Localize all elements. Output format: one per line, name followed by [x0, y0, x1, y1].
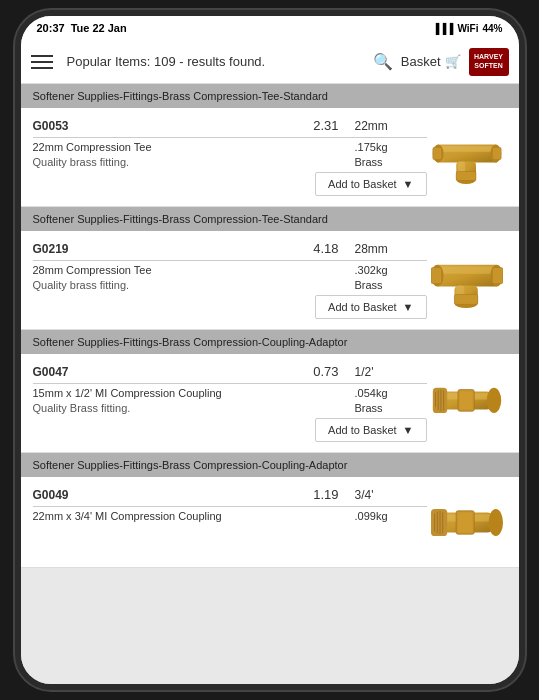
- harvey-logo: HARVEYSOFTEN: [469, 48, 509, 76]
- status-bar: 20:37 Tue 22 Jan ▐▐▐ WiFi 44%: [21, 16, 519, 40]
- product-price-3: 1.19: [103, 487, 347, 502]
- svg-rect-22: [432, 387, 446, 412]
- product-material-2: Brass: [347, 402, 427, 414]
- time: 20:37: [37, 22, 65, 34]
- svg-rect-8: [492, 147, 501, 160]
- dropdown-icon-1: ▼: [403, 301, 414, 313]
- add-to-basket-1[interactable]: Add to Basket ▼: [315, 295, 426, 319]
- product-name-3: 22mm x 3/4' MI Compression Coupling: [33, 510, 347, 522]
- wifi-icon: WiFi: [457, 23, 478, 34]
- content-area: Softener Supplies-Fittings-Brass Compres…: [21, 84, 519, 684]
- product-size-2: 1/2': [347, 365, 427, 379]
- svg-point-27: [486, 387, 500, 412]
- product-price-0: 2.31: [103, 118, 347, 133]
- tablet-frame: 20:37 Tue 22 Jan ▐▐▐ WiFi 44% Popular It…: [15, 10, 525, 690]
- product-size-3: 3/4': [347, 488, 427, 502]
- product-card-2: G0047 0.73 1/2' 15mm x 1/2' MI Compressi…: [21, 354, 519, 453]
- product-image-2: [427, 364, 507, 434]
- nav-title: Popular Items: 109 - results found.: [67, 54, 365, 69]
- product-weight-3: .099kg: [347, 510, 427, 522]
- section-header-2: Softener Supplies-Fittings-Brass Compres…: [21, 330, 519, 354]
- add-to-basket-2[interactable]: Add to Basket ▼: [315, 418, 426, 442]
- section-header-1: Softener Supplies-Fittings-Brass Compres…: [21, 207, 519, 231]
- add-label-0: Add to Basket: [328, 178, 397, 190]
- product-weight-2: .054kg: [347, 387, 427, 399]
- product-code-1: G0219: [33, 242, 103, 256]
- product-image-0: [427, 118, 507, 188]
- product-image-1: [427, 241, 507, 311]
- product-material-1: Brass: [347, 279, 427, 291]
- product-code-0: G0053: [33, 119, 103, 133]
- product-code-2: G0047: [33, 365, 103, 379]
- product-name-2: 15mm x 1/2' MI Compression Coupling: [33, 387, 347, 399]
- svg-rect-39: [458, 512, 472, 532]
- svg-rect-19: [454, 294, 477, 304]
- svg-rect-18: [492, 267, 503, 283]
- nav-bar: Popular Items: 109 - results found. 🔍 Ba…: [21, 40, 519, 84]
- product-quality-1: Quality brass fitting.: [33, 279, 347, 291]
- svg-rect-11: [433, 266, 500, 273]
- dropdown-icon-0: ▼: [403, 178, 414, 190]
- battery: 44%: [482, 23, 502, 34]
- svg-rect-32: [431, 509, 447, 536]
- add-to-basket-0[interactable]: Add to Basket ▼: [315, 172, 426, 196]
- svg-rect-29: [459, 391, 472, 409]
- product-image-3: [427, 487, 507, 557]
- svg-point-37: [488, 509, 502, 536]
- search-icon[interactable]: 🔍: [373, 52, 393, 71]
- product-code-3: G0049: [33, 488, 103, 502]
- product-price-1: 4.18: [103, 241, 347, 256]
- add-label-1: Add to Basket: [328, 301, 397, 313]
- product-card-0: G0053 2.31 22mm 22mm Compression Tee .17…: [21, 108, 519, 207]
- section-header-3: Softener Supplies-Fittings-Brass Compres…: [21, 453, 519, 477]
- product-weight-0: .175kg: [347, 141, 427, 153]
- date: Tue 22 Jan: [71, 22, 127, 34]
- product-quality-2: Quality Brass fitting.: [33, 402, 347, 414]
- basket-label: Basket: [401, 54, 441, 69]
- add-label-2: Add to Basket: [328, 424, 397, 436]
- product-size-1: 28mm: [347, 242, 427, 256]
- section-header-0: Softener Supplies-Fittings-Brass Compres…: [21, 84, 519, 108]
- svg-rect-17: [431, 267, 442, 283]
- product-size-0: 22mm: [347, 119, 427, 133]
- svg-rect-7: [432, 147, 441, 160]
- svg-rect-9: [456, 171, 476, 180]
- product-name-1: 28mm Compression Tee: [33, 264, 347, 276]
- svg-rect-1: [435, 146, 498, 151]
- product-material-0: Brass: [347, 156, 427, 168]
- dropdown-icon-2: ▼: [403, 424, 414, 436]
- coupling-fitting-svg-3: [431, 490, 503, 555]
- tee-fitting-svg-0: [431, 121, 503, 186]
- signal-icon: ▐▐▐: [432, 23, 453, 34]
- coupling-fitting-svg-2: [431, 367, 503, 432]
- menu-button[interactable]: [31, 48, 59, 76]
- product-quality-0: Quality brass fitting.: [33, 156, 347, 168]
- product-card-3: G0049 1.19 3/4' 22mm x 3/4' MI Compressi…: [21, 477, 519, 568]
- tee-fitting-svg-1: [431, 244, 503, 309]
- product-card-1: G0219 4.18 28mm 28mm Compression Tee .30…: [21, 231, 519, 330]
- basket-icon: 🛒: [445, 54, 461, 69]
- product-price-2: 0.73: [103, 364, 347, 379]
- basket-button[interactable]: Basket 🛒: [401, 54, 461, 69]
- product-weight-1: .302kg: [347, 264, 427, 276]
- product-name-0: 22mm Compression Tee: [33, 141, 347, 153]
